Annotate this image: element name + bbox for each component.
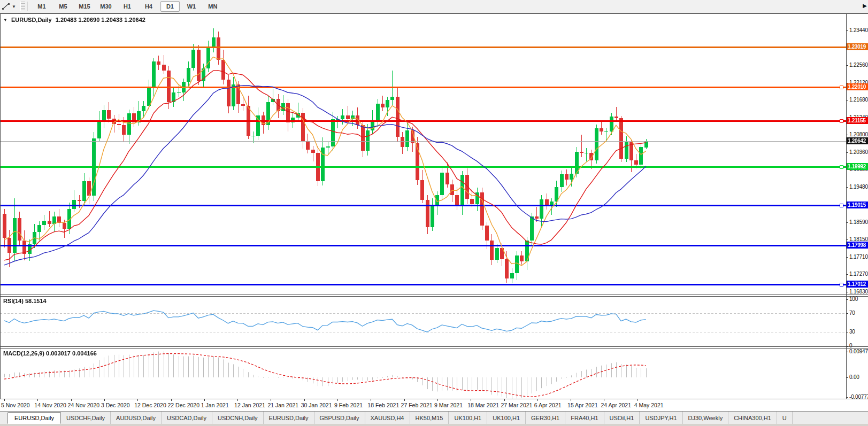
date-tick-label: 3 Dec 2020 bbox=[101, 402, 130, 408]
chart-tab[interactable]: UK100,H1 bbox=[449, 412, 487, 424]
chart-tab[interactable]: CHINA300,H1 bbox=[728, 412, 777, 424]
date-tick-mark bbox=[604, 399, 604, 401]
date-tick-mark bbox=[337, 399, 338, 401]
date-tick-mark bbox=[271, 399, 271, 401]
date-tick-mark bbox=[637, 399, 638, 401]
price-tick-label: 1.16830 bbox=[849, 289, 868, 295]
date-tick-mark bbox=[104, 399, 105, 401]
date-tick-label: 24 Apr 2021 bbox=[601, 402, 631, 408]
date-tick-mark bbox=[37, 399, 38, 401]
chart-tab[interactable]: USDCAD,Daily bbox=[162, 412, 212, 424]
date-tick-label: 5 Nov 2020 bbox=[1, 402, 30, 408]
chart-tab[interactable]: USDCHF,Daily bbox=[61, 412, 111, 424]
level-line-handle[interactable] bbox=[840, 204, 843, 207]
main-panel-bottom-border[interactable] bbox=[0, 295, 868, 295]
date-tick-label: 18 Mar 2021 bbox=[467, 402, 499, 408]
date-tick-label: 9 Mar 2021 bbox=[434, 402, 463, 408]
rsi-panel-bottom-border[interactable] bbox=[0, 346, 868, 347]
chart-menu-icon[interactable]: ▼ bbox=[3, 18, 7, 22]
tab-scroll-right-icon[interactable]: ▶ bbox=[863, 3, 867, 9]
trading-terminal: ▼ M1M5M15M30H1H4D1W1MN ▼ EURUSD,Daily 1.… bbox=[0, 0, 868, 426]
timeframe-button-D1[interactable]: D1 bbox=[160, 1, 180, 12]
macd-indicator-label: MACD(12,26,9) 0.003017 0.004166 bbox=[3, 350, 97, 357]
chart-tab[interactable]: USOil,H1 bbox=[604, 412, 640, 424]
macd-panel-top-border bbox=[0, 348, 868, 348]
timeframe-button-MN[interactable]: MN bbox=[203, 1, 222, 12]
chart-tab[interactable]: USDJPY,H1 bbox=[640, 412, 682, 424]
level-line-handle[interactable] bbox=[840, 283, 843, 286]
date-tick-label: 12 Jan 2021 bbox=[234, 402, 265, 408]
price-tick-label: 1.17270 bbox=[849, 271, 868, 277]
price-tick-label: 1.23440 bbox=[849, 27, 868, 33]
chart-ohlc-values: 1.20483 1.20690 1.20433 1.20642 bbox=[56, 17, 145, 23]
chart-tab[interactable]: XAUUSD,H4 bbox=[365, 412, 410, 424]
chart-tab[interactable]: EURUSD,Daily bbox=[7, 412, 61, 424]
date-tick-label: 24 Nov 2020 bbox=[68, 402, 100, 408]
date-tick-label: 1 Jan 2021 bbox=[201, 402, 229, 408]
timeframe-toolbar: ▼ M1M5M15M30H1H4D1W1MN bbox=[0, 0, 868, 13]
timeframe-button-M1[interactable]: M1 bbox=[32, 1, 51, 12]
level-line-handle[interactable] bbox=[840, 119, 843, 123]
rsi-canvas[interactable] bbox=[0, 297, 846, 346]
date-tick-mark bbox=[71, 399, 72, 401]
level-price-badge: 1.17012 bbox=[847, 281, 868, 288]
level-line-handle[interactable] bbox=[840, 86, 843, 89]
date-tick-label: 12 Dec 2020 bbox=[134, 402, 166, 408]
date-tick-mark bbox=[237, 399, 238, 401]
macd-tick-label: 0.009478 bbox=[849, 348, 868, 354]
chart-tab[interactable]: DJ30,Weekly bbox=[683, 412, 729, 424]
level-price-badge: 1.17998 bbox=[847, 242, 868, 249]
level-price-badge: 1.19992 bbox=[847, 163, 868, 170]
date-tick-label: 15 Apr 2021 bbox=[567, 402, 598, 408]
date-tick-mark bbox=[404, 399, 405, 401]
chart-tab[interactable]: HK50,M15 bbox=[410, 412, 449, 424]
chart-frame-left bbox=[0, 13, 1, 399]
date-tick-label: 27 Feb 2021 bbox=[401, 402, 433, 408]
chart-tab[interactable]: EURUSD,Daily bbox=[264, 412, 314, 424]
rsi-indicator-label: RSI(14) 58.1514 bbox=[3, 298, 47, 304]
chart-tab[interactable]: UK100,H1 bbox=[487, 412, 526, 424]
price-tick-label: 1.19480 bbox=[849, 184, 868, 190]
toolbar-grip[interactable] bbox=[20, 2, 25, 11]
trendline-tool-icon[interactable] bbox=[1, 2, 11, 11]
rsi-tick-label: 100 bbox=[849, 296, 868, 302]
date-tick-mark bbox=[571, 399, 571, 401]
tool-dropdown-icon[interactable]: ▼ bbox=[12, 4, 16, 9]
chart-tab[interactable]: GBPUSD,Daily bbox=[314, 412, 365, 424]
rsi-tick-label: 70 bbox=[849, 310, 868, 316]
level-price-badge: 1.22010 bbox=[847, 83, 868, 90]
timeframe-button-M15[interactable]: M15 bbox=[75, 1, 94, 12]
date-tick-mark bbox=[171, 399, 172, 401]
timeframe-button-M5[interactable]: M5 bbox=[53, 1, 73, 12]
chart-tab-bar: EURUSD,DailyUSDCHF,DailyAUDUSD,DailyUSDC… bbox=[0, 411, 868, 424]
chart-tab[interactable]: AUDUSD,Daily bbox=[111, 412, 162, 424]
macd-canvas[interactable] bbox=[0, 348, 846, 399]
price-tick-label: 1.18590 bbox=[849, 219, 868, 225]
chart-tab[interactable]: FRA40,H1 bbox=[565, 412, 604, 424]
timeframe-button-W1[interactable]: W1 bbox=[182, 1, 201, 12]
date-tick-label: 22 Dec 2020 bbox=[168, 402, 200, 408]
level-price-badge: 1.23019 bbox=[847, 43, 868, 50]
level-line-handle[interactable] bbox=[840, 165, 843, 169]
date-tick-label: 14 Nov 2020 bbox=[34, 402, 66, 408]
level-price-badge: 1.19015 bbox=[847, 202, 868, 208]
date-tick-mark bbox=[471, 399, 471, 401]
timeframe-button-H1[interactable]: H1 bbox=[118, 1, 137, 12]
date-tick-mark bbox=[504, 399, 505, 401]
chart-tab[interactable]: U bbox=[777, 412, 793, 424]
timeframe-button-H4[interactable]: H4 bbox=[139, 1, 158, 12]
chart-title: ▼ EURUSD,Daily 1.20483 1.20690 1.20433 1… bbox=[3, 17, 145, 23]
date-tick-label: 21 Jan 2021 bbox=[267, 402, 298, 408]
date-tick-label: 18 Feb 2021 bbox=[367, 402, 399, 408]
timeframe-button-M30[interactable]: M30 bbox=[96, 1, 116, 12]
level-price-badge: 1.21155 bbox=[847, 117, 868, 124]
date-tick-mark bbox=[137, 399, 138, 401]
price-tick-label: 1.22560 bbox=[849, 62, 868, 68]
date-tick-mark bbox=[537, 399, 538, 401]
date-axis[interactable]: 5 Nov 202014 Nov 202024 Nov 20203 Dec 20… bbox=[0, 399, 868, 411]
main-chart-canvas[interactable] bbox=[0, 14, 846, 295]
chart-tab[interactable]: USDCNH,Daily bbox=[212, 412, 264, 424]
macd-panel-bottom-border bbox=[0, 399, 868, 399]
date-tick-mark bbox=[437, 399, 438, 401]
chart-tab[interactable]: GER30,H1 bbox=[526, 412, 565, 424]
